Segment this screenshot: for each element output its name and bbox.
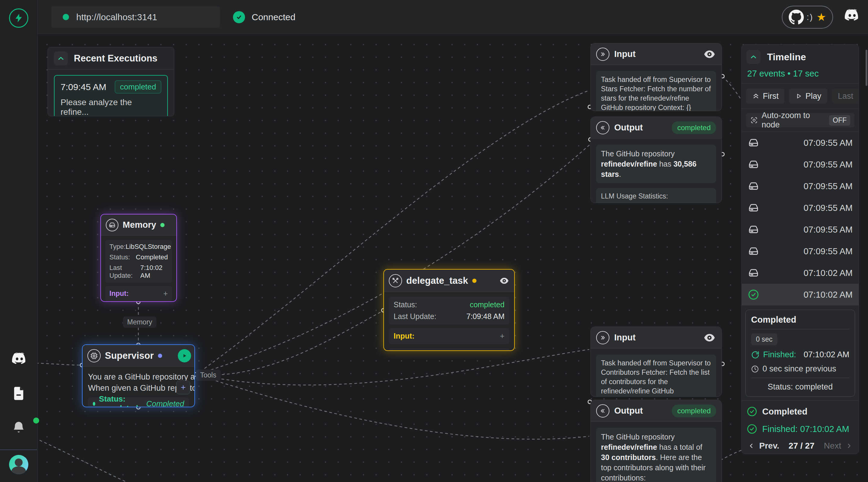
eye-icon[interactable]: [499, 277, 509, 284]
check-circle-icon: [747, 423, 757, 435]
collapse-button[interactable]: [54, 52, 68, 65]
discord-icon: [843, 8, 860, 22]
memory-node[interactable]: Memory Type: LibSQLStorage Status: Compl…: [100, 214, 177, 302]
sidebar-item-discord[interactable]: [10, 352, 27, 366]
discord-icon: [10, 352, 27, 366]
execution-status-badge: completed: [115, 81, 161, 93]
github-star-button[interactable]: :) ★: [782, 6, 833, 29]
status-dot: [93, 402, 95, 406]
supervisor-node-header: Supervisor: [83, 345, 194, 366]
memory-input-expander[interactable]: Input: +: [105, 286, 172, 301]
storage-event-icon: [748, 202, 759, 214]
plus-icon: +: [500, 331, 504, 341]
output-1-text: The GitHub repository refinedev/refine h…: [596, 144, 716, 183]
expand-instructions-button[interactable]: +: [176, 381, 190, 394]
timeline-event[interactable]: 07:09:55 AM: [742, 240, 859, 262]
memory-update-value: 7:10:02 AM: [141, 264, 168, 280]
prev-button[interactable]: Prev.: [748, 441, 779, 451]
chevrons-up-icon: [752, 92, 760, 100]
canvas-scrollbar[interactable]: [866, 50, 867, 86]
check-circle-icon: [747, 406, 757, 417]
input-panel-1-title: Input: [614, 49, 636, 59]
supervisor-status-badge: Completed: [146, 399, 184, 408]
memory-active-dot: [160, 223, 164, 227]
timeline-controls: First Play Last: [742, 84, 859, 109]
edge-label-tools: Tools: [196, 369, 221, 381]
execution-preview: Please analyze the refine...: [61, 98, 161, 116]
timeline-event[interactable]: 07:09:55 AM: [742, 219, 859, 240]
footer-finished-label: Finished: 07:10:02 AM: [762, 424, 849, 434]
page-indicator: 27 / 27: [789, 441, 815, 451]
chevrons-right-icon: [596, 47, 610, 61]
supervisor-node[interactable]: Supervisor You are a GitHub repository a…: [82, 344, 195, 407]
supervisor-instructions: You are a GitHub repository analyzer. Wh…: [83, 366, 194, 394]
timeline-event[interactable]: 07:09:55 AM: [742, 197, 859, 219]
event-time: 07:10:02 AM: [804, 268, 852, 278]
timeline-title: Timeline: [767, 52, 806, 63]
timeline-event[interactable]: 07:09:55 AM: [742, 175, 859, 197]
first-button[interactable]: First: [746, 89, 784, 104]
timeline-event[interactable]: 07:09:55 AM: [742, 154, 859, 175]
lightning-icon: [13, 13, 24, 23]
timeline-event-selected[interactable]: 07:10:02 AM: [742, 284, 859, 306]
event-time: 07:09:55 AM: [804, 138, 852, 148]
timeline-event[interactable]: 07:10:02 AM: [742, 262, 859, 284]
next-button[interactable]: Next: [824, 441, 852, 451]
auto-zoom-state-badge[interactable]: OFF: [829, 115, 850, 126]
output-1-status-badge: completed: [672, 121, 716, 134]
auto-zoom-toggle[interactable]: Auto-zoom to node OFF: [746, 113, 855, 127]
app-logo[interactable]: [9, 8, 28, 28]
timeline-collapse-button[interactable]: [747, 50, 761, 64]
play-button[interactable]: Play: [789, 89, 827, 104]
output-panel-1-header: Output completed: [591, 117, 721, 138]
delegate-task-node[interactable]: delegate_task Status: completed Last Upd…: [383, 269, 515, 351]
sidebar: [0, 0, 38, 482]
timeline-panel: Timeline 27 events • 17 sec First Play L…: [741, 44, 859, 454]
play-icon: [181, 353, 187, 359]
instructions-line1: You are a GitHub repository analyzer.: [88, 372, 189, 383]
sidebar-item-notifications[interactable]: [0, 420, 37, 435]
delegate-update-label: Last Update:: [394, 312, 436, 321]
delegate-task-dot: [472, 279, 476, 283]
server-url-input[interactable]: http://localhost:3141: [51, 6, 220, 28]
event-time: 07:09:55 AM: [804, 225, 852, 235]
sidebar-item-dashboard[interactable]: [12, 46, 26, 59]
sidebar-divider: [0, 449, 37, 450]
run-agent-button[interactable]: [178, 349, 191, 362]
delegate-update-value: 7:09:48 AM: [467, 312, 504, 321]
memory-status-value: Completed: [136, 253, 168, 261]
sidebar-item-docs[interactable]: [11, 386, 27, 401]
github-smile-text: :): [807, 13, 814, 22]
execution-card[interactable]: 7:09:45 AM completed Please analyze the …: [54, 75, 168, 116]
since-previous: 0 sec since previous: [763, 364, 836, 374]
connection-status-label: Connected: [252, 12, 296, 22]
delegate-input-label: Input:: [394, 332, 414, 341]
timeline-summary: 27 events • 17 sec: [747, 69, 854, 78]
input-panel-1-header: Input: [591, 43, 721, 65]
user-avatar[interactable]: [9, 455, 28, 474]
timeline-event[interactable]: 07:09:55 AM: [742, 132, 859, 154]
recent-executions-panel: Recent Executions 7:09:45 AM completed P…: [48, 47, 174, 116]
document-icon: [11, 386, 27, 401]
cpu-icon: [87, 349, 101, 362]
recent-executions-header: Recent Executions: [48, 47, 174, 70]
discord-link[interactable]: [843, 8, 860, 24]
delegate-output-expander[interactable]: Output: +: [389, 348, 509, 351]
finished-time: 07:10:02 AM: [804, 350, 849, 359]
star-icon: ★: [816, 12, 826, 23]
event-time: 07:09:55 AM: [804, 247, 852, 256]
eye-icon[interactable]: [703, 333, 716, 342]
delegate-status-label: Status:: [394, 300, 417, 309]
storage-event-icon: [748, 224, 759, 235]
event-detail-title: Completed: [751, 315, 849, 325]
supervisor-agent-dot: [158, 354, 162, 358]
eye-icon[interactable]: [703, 50, 716, 59]
connection-status: Connected: [233, 0, 296, 34]
next-label: Next: [824, 441, 841, 451]
delegate-input-expander[interactable]: Input: +: [389, 328, 509, 344]
last-button[interactable]: Last: [832, 89, 859, 104]
chevron-right-icon: [845, 442, 852, 449]
delegate-status-value: completed: [470, 300, 504, 309]
timeline-event-list: 07:09:55 AM 07:09:55 AM 07:09:55 AM 07:0…: [742, 132, 859, 306]
output-2-text: The GitHub repository refinedev/refine h…: [596, 428, 716, 482]
